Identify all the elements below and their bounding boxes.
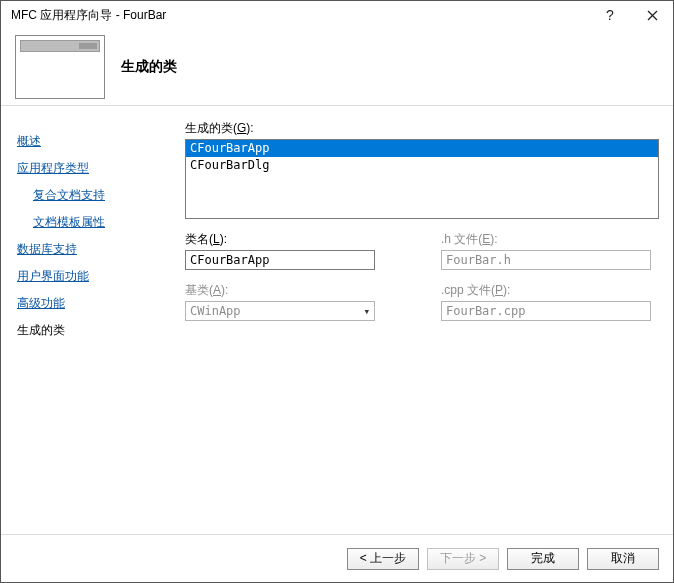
sidebar-item-compound-doc[interactable]: 复合文档支持 [15, 182, 165, 209]
sidebar-item-doc-template[interactable]: 文档模板属性 [15, 209, 165, 236]
class-name-input[interactable] [185, 250, 375, 270]
sidebar-item-ui-features[interactable]: 用户界面功能 [15, 263, 165, 290]
sidebar-item-database[interactable]: 数据库支持 [15, 236, 165, 263]
list-item[interactable]: CFourBarDlg [186, 157, 658, 174]
header: 生成的类 [1, 29, 673, 105]
cancel-button[interactable]: 取消 [587, 548, 659, 570]
base-class-label: 基类(A): [185, 282, 403, 299]
h-file-label: .h 文件(E): [441, 231, 659, 248]
help-button[interactable]: ? [589, 1, 631, 29]
window-title: MFC 应用程序向导 - FourBar [11, 7, 589, 24]
sidebar-item-generated-classes: 生成的类 [15, 317, 165, 344]
footer: < 上一步 下一步 > 完成 取消 [1, 534, 673, 582]
wizard-window: MFC 应用程序向导 - FourBar ? 生成的类 概述 应用程序类型 复合… [0, 0, 674, 583]
prev-button[interactable]: < 上一步 [347, 548, 419, 570]
sidebar-item-overview[interactable]: 概述 [15, 128, 165, 155]
cpp-file-input [441, 301, 651, 321]
list-item[interactable]: CFourBarApp [186, 140, 658, 157]
next-button: 下一步 > [427, 548, 499, 570]
close-button[interactable] [631, 1, 673, 29]
finish-button[interactable]: 完成 [507, 548, 579, 570]
generated-classes-label: 生成的类(G): [185, 120, 659, 137]
titlebar: MFC 应用程序向导 - FourBar ? [1, 1, 673, 29]
base-class-value: CWinApp [190, 304, 241, 318]
page-title: 生成的类 [121, 58, 177, 76]
sidebar: 概述 应用程序类型 复合文档支持 文档模板属性 数据库支持 用户界面功能 高级功… [15, 120, 165, 528]
cpp-file-label: .cpp 文件(P): [441, 282, 659, 299]
divider [1, 105, 673, 106]
class-name-label: 类名(L): [185, 231, 403, 248]
wizard-icon [15, 35, 105, 99]
body: 概述 应用程序类型 复合文档支持 文档模板属性 数据库支持 用户界面功能 高级功… [1, 110, 673, 534]
sidebar-item-advanced[interactable]: 高级功能 [15, 290, 165, 317]
sidebar-item-app-type[interactable]: 应用程序类型 [15, 155, 165, 182]
h-file-input [441, 250, 651, 270]
main-panel: 生成的类(G): CFourBarApp CFourBarDlg 类名(L): … [185, 120, 659, 528]
base-class-select: CWinApp ▾ [185, 301, 375, 321]
generated-classes-listbox[interactable]: CFourBarApp CFourBarDlg [185, 139, 659, 219]
chevron-down-icon: ▾ [363, 305, 370, 318]
close-icon [647, 10, 658, 21]
